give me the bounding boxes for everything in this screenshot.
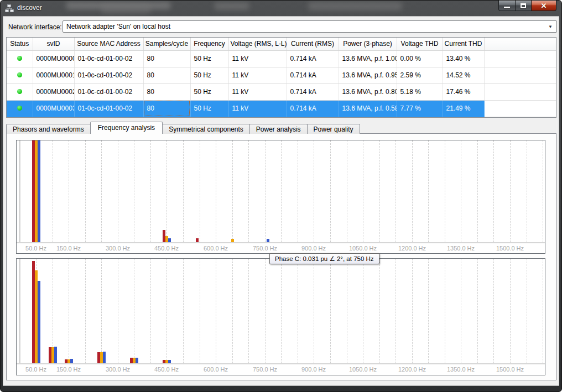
tab-power-analysis[interactable]: Power analysis xyxy=(249,124,308,134)
cell-mac: 01-0c-cd-01-00-02 xyxy=(74,100,143,117)
grid-line xyxy=(396,259,396,363)
grid-line xyxy=(53,140,53,242)
cell-frequency: 50 Hz xyxy=(190,50,228,67)
bar-phase-a[interactable] xyxy=(196,238,199,242)
cell-frequency: 50 Hz xyxy=(190,67,228,83)
cell-current: 0.714 kA xyxy=(287,50,339,67)
x-axis-label: 1050.0 Hz xyxy=(338,245,388,252)
cell-samples: 80 xyxy=(143,50,190,67)
col-svid[interactable]: svID xyxy=(33,38,74,50)
col-samples[interactable]: Samples/cycle xyxy=(143,38,190,50)
grid-line xyxy=(347,140,347,242)
x-axis-label: 450.0 Hz xyxy=(142,245,191,252)
table-row[interactable]: 0000MU000201-0c-cd-01-00-028050 Hz11 kV0… xyxy=(7,83,556,100)
cell-frequency: 50 Hz xyxy=(190,100,228,117)
voltage-spectrum-chart[interactable]: 50.0 Hz150.0 Hz300.0 Hz450.0 Hz600.0 Hz7… xyxy=(16,140,545,254)
grid-line xyxy=(445,259,445,363)
grid-line xyxy=(412,140,413,242)
titlebar[interactable]: discover ✕ xyxy=(1,1,561,16)
bar-phase-c[interactable] xyxy=(70,359,73,363)
current-spectrum-chart[interactable]: 50.0 Hz150.0 Hz300.0 Hz450.0 Hz600.0 Hz7… xyxy=(16,258,545,375)
minimize-icon xyxy=(504,7,510,8)
grid-line xyxy=(379,140,380,242)
bar-phase-c[interactable] xyxy=(168,238,171,242)
status-cell xyxy=(7,83,33,100)
cell-frequency: 50 Hz xyxy=(190,83,228,100)
col-filler xyxy=(484,38,556,50)
grid-line xyxy=(314,259,314,363)
bar-phase-c[interactable] xyxy=(103,352,106,363)
tab-power-quality[interactable]: Power quality xyxy=(307,124,360,134)
col-source-mac[interactable]: Source MAC Address xyxy=(74,38,143,50)
tab-phasors-and-waveforms[interactable]: Phasors and waveforms xyxy=(6,124,91,134)
cell-current: 0.714 kA xyxy=(287,100,339,117)
network-interface-select[interactable]: Network adapter 'Sun' on local host ▼ xyxy=(63,20,557,33)
x-axis-label: 300.0 Hz xyxy=(93,245,143,252)
cell-power: 13.6 MVA, p.f. 1.000 xyxy=(339,50,397,67)
x-axis-label: 750.0 Hz xyxy=(240,245,290,252)
col-voltage-thd[interactable]: Voltage THD xyxy=(397,38,443,50)
bar-phase-b[interactable] xyxy=(231,239,234,242)
table-row[interactable]: 0000MU000001-0c-cd-01-00-028050 Hz11 kV0… xyxy=(7,50,556,67)
grid-line xyxy=(428,140,429,242)
status-cell xyxy=(7,100,33,117)
grid-line xyxy=(510,140,511,242)
cell-filler xyxy=(484,100,556,117)
col-current-thd[interactable]: Current THD xyxy=(443,38,484,50)
grid-line xyxy=(543,259,543,363)
col-power[interactable]: Power (3-phase) xyxy=(339,38,397,50)
table-row[interactable]: 0000MU000101-0c-cd-01-00-028050 Hz11 kV0… xyxy=(7,67,556,83)
grid-line xyxy=(493,259,494,363)
cell-cthd: 14.52 % xyxy=(443,67,484,83)
x-axis-label: 150.0 Hz xyxy=(44,245,93,252)
close-button[interactable]: ✕ xyxy=(532,1,556,11)
titlebar-glass-blob xyxy=(308,2,402,11)
grid-line xyxy=(265,259,266,363)
grid-line xyxy=(477,140,478,242)
grid-line xyxy=(101,259,102,363)
status-cell xyxy=(7,67,33,83)
grid-line xyxy=(232,140,233,242)
bar-phase-c[interactable] xyxy=(168,360,171,363)
cell-voltage: 11 kV xyxy=(228,100,287,117)
network-app-icon xyxy=(5,4,14,13)
grid-line xyxy=(363,259,363,363)
grid-line xyxy=(183,259,184,363)
bar-phase-c[interactable] xyxy=(38,140,40,242)
grid-line xyxy=(527,259,527,363)
cell-filler xyxy=(484,50,556,67)
grid-line xyxy=(232,259,233,363)
grid-line xyxy=(166,259,167,363)
cell-cthd: 13.40 % xyxy=(443,50,484,67)
grid-line xyxy=(330,140,331,242)
grid-line xyxy=(281,140,282,242)
tab-frequency-analysis[interactable]: Frequency analysis xyxy=(90,122,163,134)
col-current[interactable]: Current (RMS) xyxy=(287,38,339,50)
x-axis-label: 900.0 Hz xyxy=(289,245,339,252)
col-voltage[interactable]: Voltage (RMS, L-L) xyxy=(228,38,287,50)
cell-vthd: 7.77 % xyxy=(397,100,443,117)
grid-line xyxy=(493,140,494,242)
col-frequency[interactable]: Frequency xyxy=(190,38,228,50)
maximize-button[interactable] xyxy=(516,1,532,11)
cell-svID: 0000MU0001 xyxy=(33,67,74,83)
tab-symmetrical-components[interactable]: Symmetrical components xyxy=(162,124,250,134)
bar-phase-c[interactable] xyxy=(136,358,138,363)
grid-line xyxy=(445,140,445,242)
cell-voltage: 11 kV xyxy=(228,67,287,83)
x-axis-label: 600.0 Hz xyxy=(191,245,241,252)
minimize-button[interactable] xyxy=(498,1,516,11)
cell-mac: 01-0c-cd-01-00-02 xyxy=(74,83,143,100)
bar-phase-c[interactable] xyxy=(267,239,269,242)
x-axis-label: 450.0 Hz xyxy=(142,366,191,373)
grid-line xyxy=(134,259,134,363)
bar-phase-c[interactable] xyxy=(54,347,57,363)
x-axis-label: 1200.0 Hz xyxy=(387,366,437,373)
network-interface-label: Network interface: xyxy=(8,23,62,31)
x-axis-label: 1350.0 Hz xyxy=(436,245,486,252)
x-axis-label: 600.0 Hz xyxy=(191,366,241,373)
window-controls: ✕ xyxy=(498,1,556,11)
col-status[interactable]: Status xyxy=(7,38,33,50)
bar-phase-c[interactable] xyxy=(38,281,40,363)
table-row[interactable]: 0000MU000301-0c-cd-01-00-028050 Hz11 kV0… xyxy=(7,100,556,117)
